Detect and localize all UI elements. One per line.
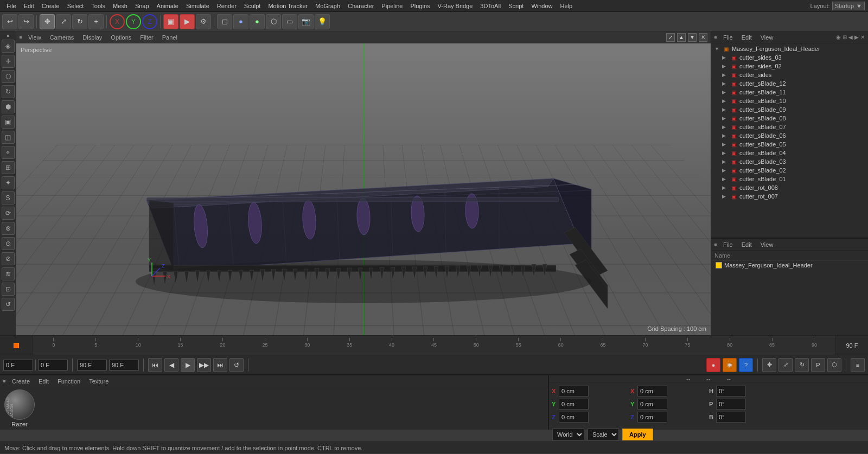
coord-y2-pos[interactable] [637, 399, 667, 410]
sidebar-btn-1[interactable]: ✛ [2, 55, 15, 68]
tree-item-9[interactable]: ▶ ▣ cutter_sBlade_07 [711, 123, 868, 131]
step-back-button[interactable]: ◀ [164, 358, 178, 372]
viewport-nav-panel[interactable]: Panel [160, 33, 180, 42]
mat-nav-texture[interactable]: Texture [87, 377, 111, 386]
object-item-header[interactable]: Massey_Ferguson_Ideal_Header [711, 261, 868, 270]
coord-y-pos[interactable] [559, 399, 589, 410]
scale-tool-button[interactable]: ⤢ [56, 14, 71, 29]
menu-3dtoall[interactable]: 3DToAll [477, 2, 504, 10]
menu-file[interactable]: File [3, 2, 20, 10]
sidebar-btn-4[interactable]: ⬢ [2, 100, 15, 113]
start-frame-input[interactable] [38, 360, 68, 370]
param-key-button[interactable]: P [811, 358, 825, 372]
move-key-button[interactable]: ✥ [762, 358, 776, 372]
plane-button[interactable]: ▭ [282, 14, 297, 29]
tree-item-2[interactable]: ▶ ▣ cutter_sides_02 [711, 62, 868, 71]
scale-dropdown[interactable]: Scale [588, 429, 619, 440]
tree-item-11[interactable]: ▶ ▣ cutter_sBlade_05 [711, 140, 868, 149]
axis-x-button[interactable]: X [110, 14, 125, 29]
axis-z-button[interactable]: Z [142, 14, 157, 29]
mat-nav-create[interactable]: Create [10, 377, 32, 386]
end-frame-input-1[interactable] [77, 360, 107, 370]
loop-button[interactable]: ↺ [229, 358, 244, 372]
sidebar-btn-12[interactable]: ⊗ [2, 222, 15, 235]
mesh-button[interactable]: ⬡ [266, 14, 281, 29]
menu-help[interactable]: Help [557, 2, 576, 10]
coord-p-val[interactable] [716, 399, 746, 410]
sidebar-btn-10[interactable]: S [2, 191, 15, 204]
menu-render[interactable]: Render [214, 2, 240, 10]
viewport-maximize-button[interactable]: ⤢ [666, 33, 675, 42]
tree-item-13[interactable]: ▶ ▣ cutter_sBlade_03 [711, 157, 868, 166]
coord-z-pos[interactable] [559, 412, 589, 423]
fast-forward-button[interactable]: ▶▶ [197, 358, 211, 372]
end-frame-input-2[interactable] [109, 360, 139, 370]
scene-icon-3[interactable]: ◀ [848, 34, 853, 40]
coord-h-val[interactable] [716, 386, 746, 397]
viewport-nav-filter[interactable]: Filter [138, 33, 155, 42]
viewport-nav-view[interactable]: View [26, 33, 43, 42]
sidebar-btn-13[interactable]: ⊙ [2, 237, 15, 250]
viewport-up-button[interactable]: ▲ [677, 33, 686, 42]
menu-character[interactable]: Character [344, 2, 377, 10]
sidebar-btn-11[interactable]: ⟳ [2, 207, 15, 220]
rotate-key-button[interactable]: ↻ [795, 358, 809, 372]
coord-z2-pos[interactable] [637, 412, 667, 423]
sidebar-btn-15[interactable]: ≋ [2, 267, 15, 280]
obj-nav-edit[interactable]: Edit [739, 240, 754, 249]
camera-button[interactable]: 📷 [298, 14, 314, 29]
sidebar-btn-2[interactable]: ⬡ [2, 70, 15, 83]
coord-x2-pos[interactable] [637, 386, 667, 397]
goto-end-button[interactable]: ⏭ [213, 358, 227, 372]
tree-item-5[interactable]: ▶ ▣ cutter_sBlade_11 [711, 88, 868, 97]
tree-item-12[interactable]: ▶ ▣ cutter_sBlade_04 [711, 149, 868, 157]
tree-item-4[interactable]: ▶ ▣ cutter_sBlade_12 [711, 79, 868, 88]
render-settings-button[interactable]: ⚙ [196, 14, 211, 29]
viewport-nav-cameras[interactable]: Cameras [48, 33, 76, 42]
apply-button[interactable]: Apply [622, 429, 653, 440]
tree-item-15[interactable]: ▶ ▣ cutter_sBlade_01 [711, 175, 868, 183]
add-tool-button[interactable]: + [88, 14, 104, 29]
move-tool-button[interactable]: ✥ [40, 14, 55, 29]
mat-nav-function[interactable]: Function [55, 377, 82, 386]
menu-mograph[interactable]: MoGraph [312, 2, 343, 10]
obj-nav-view[interactable]: View [758, 240, 776, 249]
sidebar-btn-14[interactable]: ⊘ [2, 252, 15, 265]
record-button[interactable]: ● [706, 358, 720, 372]
sidebar-btn-16[interactable]: ⊡ [2, 283, 15, 296]
viewport-canvas[interactable]: Perspective [16, 43, 711, 335]
tree-item-14[interactable]: ▶ ▣ cutter_sBlade_02 [711, 166, 868, 175]
tree-item-6[interactable]: ▶ ▣ cutter_sBlade_10 [711, 97, 868, 105]
world-dropdown[interactable]: World [552, 429, 584, 440]
undo-button[interactable]: ↩ [2, 14, 17, 29]
scene-nav-view[interactable]: View [758, 33, 776, 42]
menu-edit[interactable]: Edit [21, 2, 37, 10]
timeline-ruler[interactable]: 0 5 10 15 20 25 30 35 40 45 50 55 60 65 … [33, 336, 835, 355]
sidebar-btn-0[interactable]: ◈ [2, 40, 15, 53]
menu-motion-tracker[interactable]: Motion Tracker [265, 2, 311, 10]
redo-button[interactable]: ↪ [18, 14, 34, 29]
scene-icon-4[interactable]: ▶ [854, 34, 859, 40]
render-view-button[interactable]: ▶ [180, 14, 195, 29]
sidebar-btn-17[interactable]: ↺ [2, 298, 15, 311]
current-frame-input[interactable] [3, 360, 33, 370]
menu-vray[interactable]: V-Ray Bridge [435, 2, 476, 10]
tree-item-root[interactable]: ▼ ▣ Massey_Ferguson_Ideal_Header [711, 44, 868, 53]
menu-window[interactable]: Window [528, 2, 556, 10]
tree-item-1[interactable]: ▶ ▣ cutter_sides_03 [711, 53, 868, 62]
menu-script[interactable]: Script [505, 2, 527, 10]
coord-b-val[interactable] [716, 412, 746, 423]
scene-nav-file[interactable]: File [721, 33, 735, 42]
menu-simulate[interactable]: Simulate [183, 2, 213, 10]
play-button[interactable]: ▶ [181, 358, 195, 372]
menu-plugins[interactable]: Plugins [407, 2, 433, 10]
sidebar-btn-9[interactable]: ✦ [2, 176, 15, 189]
viewport-down-button[interactable]: ▼ [688, 33, 697, 42]
tree-item-7[interactable]: ▶ ▣ cutter_sBlade_09 [711, 105, 868, 114]
timeline-view-button[interactable]: ≡ [851, 358, 865, 372]
light-button[interactable]: 💡 [315, 14, 330, 29]
scene-icon-2[interactable]: ⊞ [843, 34, 847, 40]
cube-button[interactable]: ◻ [217, 14, 232, 29]
mat-nav-edit[interactable]: Edit [36, 377, 51, 386]
menu-tools[interactable]: Tools [88, 2, 108, 10]
